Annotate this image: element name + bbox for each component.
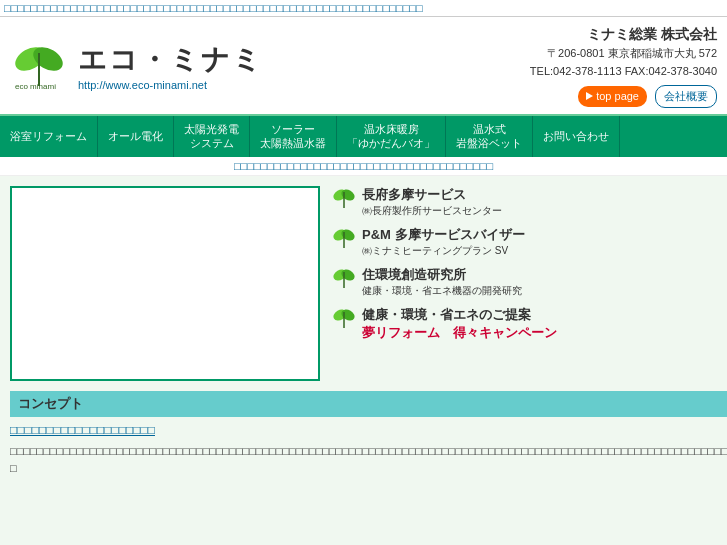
service-links: 長府多摩サービス ㈱長府製作所サービスセンター P&M 多摩サービスバイザー ㈱… bbox=[332, 186, 717, 381]
nav-item-solar-system[interactable]: 太陽光発電システム bbox=[174, 116, 250, 157]
service-item-2[interactable]: P&M 多摩サービスバイザー ㈱ミナミヒーティングプラン SV bbox=[332, 226, 717, 258]
sub-ticker: □□□□□□□□□□□□□□□□□□□□□□□□□□□□□□□□□□□□□□□ bbox=[0, 157, 727, 176]
logo-leaf-icon: eco minami bbox=[10, 41, 70, 91]
nav-item-allelectric[interactable]: オール電化 bbox=[98, 116, 174, 157]
nav-item-solar-water[interactable]: ソーラー太陽熱温水器 bbox=[250, 116, 337, 157]
company-overview-button[interactable]: 会社概要 bbox=[655, 85, 717, 109]
service-leaf-icon-4 bbox=[332, 306, 356, 330]
nav-item-contact[interactable]: お問い合わせ bbox=[533, 116, 620, 157]
play-icon bbox=[586, 92, 593, 100]
ticker-bar: □□□□□□□□□□□□□□□□□□□□□□□□□□□□□□□□□□□□□□□□… bbox=[0, 0, 727, 17]
service-title-2: P&M 多摩サービスバイザー bbox=[362, 226, 525, 244]
company-address: 〒206-0801 東京都稲城市大丸 572 bbox=[530, 45, 717, 63]
service-subtitle-2: ㈱ミナミヒーティングプラン SV bbox=[362, 244, 525, 258]
service-text-4: 健康・環境・省エネのご提案 夢リフォーム 得々キャンペーン bbox=[362, 306, 557, 342]
service-subtitle-1: ㈱長府製作所サービスセンター bbox=[362, 204, 502, 218]
ticker-text: □□□□□□□□□□□□□□□□□□□□□□□□□□□□□□□□□□□□□□□□… bbox=[4, 2, 423, 14]
logo-title: エコ・ミナミ bbox=[78, 41, 263, 79]
service-item-3[interactable]: 住環境創造研究所 健康・環境・省エネ機器の開発研究 bbox=[332, 266, 717, 298]
concept-body: □□□□□□□□□□□□□□□□□□□□□□□□□□□□□□□□□□□□□□□□… bbox=[10, 443, 727, 478]
service-item-1[interactable]: 長府多摩サービス ㈱長府製作所サービスセンター bbox=[332, 186, 717, 218]
nav-item-bathroom[interactable]: 浴室リフォーム bbox=[0, 116, 98, 157]
company-name: ミナミ総業 株式会社 bbox=[530, 23, 717, 45]
service-leaf-icon-1 bbox=[332, 186, 356, 210]
concept-header: コンセプト consept bbox=[10, 391, 727, 417]
nav-item-hot-water-rock[interactable]: 温水式岩盤浴ベット bbox=[446, 116, 533, 157]
logo-text-block: エコ・ミナミ http://www.eco-minami.net bbox=[78, 41, 263, 91]
service-text-3: 住環境創造研究所 健康・環境・省エネ機器の開発研究 bbox=[362, 266, 522, 298]
service-subtitle-3: 健康・環境・省エネ機器の開発研究 bbox=[362, 284, 522, 298]
top-page-button[interactable]: top page bbox=[578, 86, 647, 108]
sub-ticker-text: □□□□□□□□□□□□□□□□□□□□□□□□□□□□□□□□□□□□□□□ bbox=[234, 160, 493, 172]
main-image-box bbox=[10, 186, 320, 381]
bottom-section: コンセプト consept □□□□□□□□□□□□□□□□□□□□ □□□□□… bbox=[0, 391, 727, 545]
svg-text:eco minami: eco minami bbox=[15, 82, 56, 91]
service-text-2: P&M 多摩サービスバイザー ㈱ミナミヒーティングプラン SV bbox=[362, 226, 525, 258]
service-text-1: 長府多摩サービス ㈱長府製作所サービスセンター bbox=[362, 186, 502, 218]
logo-area: eco minami エコ・ミナミ http://www.eco-minami.… bbox=[10, 41, 530, 91]
nav-item-floor-heating[interactable]: 温水床暖房「ゆかだんバオ」 bbox=[337, 116, 446, 157]
nav-bar: 浴室リフォーム オール電化 太陽光発電システム ソーラー太陽熱温水器 温水床暖房… bbox=[0, 116, 727, 157]
service-leaf-icon-3 bbox=[332, 266, 356, 290]
service-title-3: 住環境創造研究所 bbox=[362, 266, 522, 284]
top-page-label: top page bbox=[596, 88, 639, 106]
top-page-bar: top page 会社概要 bbox=[530, 85, 717, 109]
logo-url: http://www.eco-minami.net bbox=[78, 79, 263, 91]
concept-link[interactable]: □□□□□□□□□□□□□□□□□□□□ bbox=[10, 423, 727, 437]
concept-column: コンセプト consept □□□□□□□□□□□□□□□□□□□□ □□□□□… bbox=[10, 391, 727, 545]
service-title-4: 健康・環境・省エネのご提案 bbox=[362, 306, 557, 324]
service-title-1: 長府多摩サービス bbox=[362, 186, 502, 204]
header: eco minami エコ・ミナミ http://www.eco-minami.… bbox=[0, 17, 727, 116]
main-content: 長府多摩サービス ㈱長府製作所サービスセンター P&M 多摩サービスバイザー ㈱… bbox=[0, 176, 727, 391]
company-tel: TEL:042-378-1113 FAX:042-378-3040 bbox=[530, 63, 717, 81]
company-info: ミナミ総業 株式会社 〒206-0801 東京都稲城市大丸 572 TEL:04… bbox=[530, 23, 717, 108]
service-leaf-icon-2 bbox=[332, 226, 356, 250]
service-item-4[interactable]: 健康・環境・省エネのご提案 夢リフォーム 得々キャンペーン bbox=[332, 306, 717, 342]
concept-header-title: コンセプト bbox=[18, 395, 83, 413]
service-highlight-4: 夢リフォーム 得々キャンペーン bbox=[362, 324, 557, 342]
company-overview-label: 会社概要 bbox=[664, 88, 708, 106]
